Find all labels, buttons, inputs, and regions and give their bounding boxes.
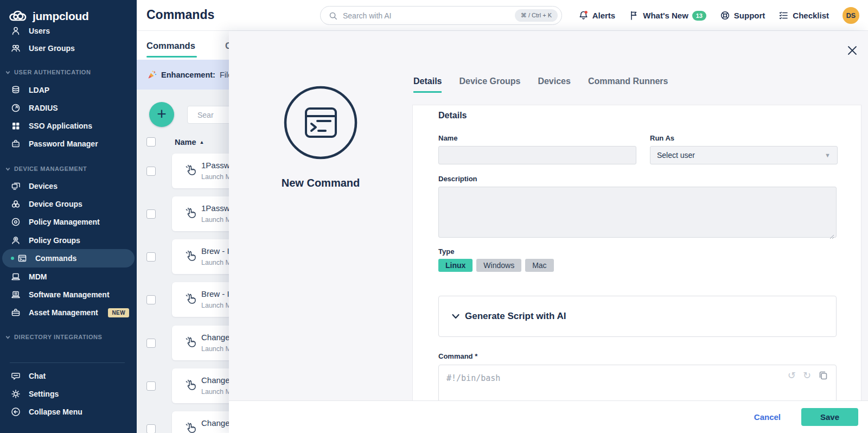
plus-icon: + — [157, 106, 167, 122]
support-button[interactable]: Support — [720, 10, 765, 21]
sidebar-item-asset-management[interactable]: Asset Management NEW — [0, 303, 137, 322]
tab-details[interactable]: Details — [413, 77, 442, 93]
new-command-panel: New Command Details Device Groups Device… — [229, 31, 868, 433]
row-checkbox[interactable] — [146, 381, 156, 391]
search-icon — [329, 11, 337, 20]
add-command-button[interactable]: + — [149, 102, 174, 127]
topbar: Commands ⌘ / Ctrl + K Alerts What's New … — [137, 0, 868, 31]
sort-asc-icon[interactable]: ▲ — [200, 139, 205, 145]
save-button[interactable]: Save — [801, 408, 858, 426]
avatar[interactable]: DS — [843, 7, 859, 24]
type-windows-button[interactable]: Windows — [476, 259, 521, 272]
sidebar-item-collapse-menu[interactable]: Collapse Menu — [0, 403, 137, 421]
banner-bold-text: Enhancement: — [161, 71, 215, 79]
generate-script-ai-section[interactable]: Generate Script with AI — [438, 296, 837, 337]
panel-left-column: New Command — [229, 31, 412, 400]
bell-icon — [578, 10, 589, 21]
flag-icon — [629, 10, 639, 21]
sidebar-item-devices[interactable]: Devices — [0, 177, 137, 195]
command-editor[interactable]: #!/bin/bash ↺ ↻ — [438, 365, 837, 400]
row-checkbox[interactable] — [146, 209, 156, 219]
whats-new-button[interactable]: What's New 13 — [629, 10, 706, 21]
whats-new-count-badge: 13 — [692, 11, 706, 21]
name-field[interactable] — [438, 146, 636, 164]
sidebar-item-device-groups[interactable]: Device Groups — [0, 195, 137, 213]
sidebar-item-radius[interactable]: RADIUS — [0, 99, 137, 117]
tab-devices[interactable]: Devices — [538, 77, 571, 93]
commands-icon — [17, 253, 27, 263]
section-user-authentication[interactable]: USER AUTHENTICATION — [5, 64, 137, 80]
tap-hand-icon — [184, 336, 197, 350]
sidebar-item-password-manager[interactable]: Password Manager — [0, 135, 137, 153]
row-checkbox[interactable] — [146, 167, 156, 176]
sidebar-item-ldap[interactable]: LDAP — [0, 81, 137, 99]
copy-icon[interactable] — [818, 370, 828, 380]
tap-hand-icon — [184, 292, 197, 307]
tap-hand-icon — [184, 250, 197, 264]
type-label: Type — [438, 247, 837, 256]
topbar-actions: Alerts What's New 13 Support Checklist D… — [578, 0, 859, 31]
gear-icon — [11, 389, 21, 399]
type-mac-button[interactable]: Mac — [525, 259, 553, 272]
page-title: Commands — [146, 8, 214, 22]
run-as-label: Run As — [650, 134, 838, 142]
panel-title: New Command — [229, 177, 412, 189]
details-form: Details Name Run As Select user ▼ Descri… — [412, 105, 861, 400]
logo-text: jumpcloud — [33, 10, 88, 23]
sidebar-item-users[interactable]: Users — [0, 26, 137, 40]
tab-command-runners[interactable]: Command Runners — [588, 77, 668, 93]
row-checkbox[interactable] — [146, 252, 156, 262]
run-as-select[interactable]: Select user ▼ — [650, 146, 838, 164]
sidebar-item-settings[interactable]: Settings — [0, 385, 137, 403]
alerts-button[interactable]: Alerts — [578, 10, 616, 21]
chevron-down-icon — [5, 70, 10, 75]
redo-icon[interactable]: ↻ — [803, 371, 811, 380]
undo-icon[interactable]: ↺ — [788, 371, 796, 380]
details-section-title: Details — [438, 111, 837, 120]
sidebar-item-policy-groups[interactable]: Policy Groups — [0, 231, 137, 250]
jumpcloud-cloud-icon — [9, 10, 28, 23]
asset-management-icon — [11, 308, 21, 317]
tap-hand-icon — [184, 422, 197, 433]
checklist-button[interactable]: Checklist — [778, 10, 829, 21]
device-groups-icon — [11, 199, 21, 209]
sidebar-nav: Users User Groups USER AUTHENTICATION LD… — [0, 26, 137, 433]
global-search[interactable]: ⌘ / Ctrl + K — [320, 6, 562, 25]
sidebar-item-user-groups[interactable]: User Groups — [0, 39, 137, 58]
global-search-input[interactable] — [343, 11, 515, 20]
chevron-down-icon — [5, 335, 10, 340]
active-tab-underline — [146, 56, 197, 58]
description-label: Description — [438, 175, 837, 183]
sidebar-item-commands[interactable]: Commands — [2, 249, 135, 268]
sidebar-divider — [10, 362, 125, 363]
tab-commands[interactable]: Commands — [146, 41, 195, 51]
select-all-checkbox[interactable] — [146, 137, 156, 147]
name-column-header[interactable]: Name — [175, 138, 196, 147]
close-icon[interactable] — [846, 44, 858, 56]
section-directory-integrations[interactable]: DIRECTORY INTEGRATIONS — [5, 329, 137, 345]
sidebar-item-mdm[interactable]: MDM — [0, 268, 137, 286]
sidebar-item-software-management[interactable]: Software Management — [0, 285, 137, 304]
sidebar-item-chat[interactable]: Chat — [0, 367, 137, 385]
user-icon — [11, 26, 21, 36]
type-chips: Linux Windows Mac — [438, 259, 837, 272]
mdm-icon — [11, 272, 21, 282]
row-checkbox[interactable] — [146, 295, 156, 304]
description-field[interactable] — [438, 187, 837, 238]
editor-toolbar: ↺ ↻ — [788, 370, 828, 380]
tap-hand-icon — [184, 207, 197, 221]
panel-footer: Cancel Save — [229, 400, 868, 433]
new-command-icon — [283, 85, 359, 163]
cancel-button[interactable]: Cancel — [754, 412, 781, 422]
collapse-arrow-icon — [11, 407, 21, 417]
sidebar-item-sso-applications[interactable]: SSO Applications — [0, 117, 137, 135]
section-device-management[interactable]: DEVICE MANAGEMENT — [5, 161, 137, 177]
user-group-icon — [11, 43, 21, 53]
panel-tabs: Details Device Groups Devices Command Ru… — [413, 77, 668, 93]
row-checkbox[interactable] — [146, 339, 156, 348]
tab-device-groups[interactable]: Device Groups — [459, 77, 520, 93]
sidebar-item-policy-management[interactable]: Policy Management — [0, 213, 137, 231]
type-linux-button[interactable]: Linux — [438, 259, 473, 272]
row-checkbox[interactable] — [146, 424, 156, 433]
chevron-down-icon — [451, 312, 460, 321]
